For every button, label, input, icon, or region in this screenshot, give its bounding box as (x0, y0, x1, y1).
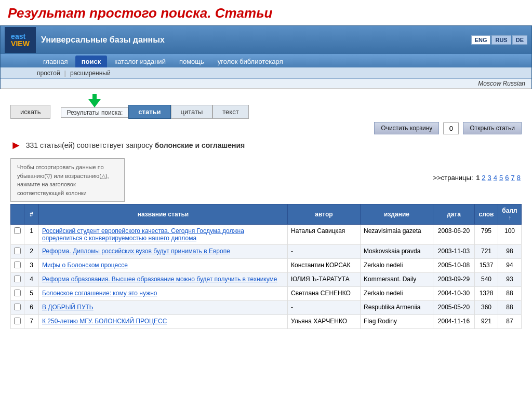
subnav-advanced[interactable]: расширенный (70, 70, 111, 77)
row-num: 3 (24, 259, 39, 273)
basket-count: 0 (443, 122, 459, 134)
lang-eng-button[interactable]: ENG (471, 35, 491, 45)
row-publication: Respublika Armeniia (361, 301, 433, 315)
green-arrow-stem (92, 94, 97, 99)
row-words: 540 (475, 273, 498, 287)
row-checkbox[interactable] (14, 304, 21, 310)
article-title-link[interactable]: К 250-летию МГУ. БОЛОНСКИЙ ПРОЦЕСС (42, 318, 167, 325)
row-num: 5 (24, 287, 39, 301)
page-1-link[interactable]: 1 (476, 174, 480, 182)
row-words: 921 (475, 315, 498, 329)
row-num: 2 (24, 245, 39, 259)
nav-search[interactable]: поиск (75, 56, 108, 67)
row-score: 93 (498, 273, 522, 287)
row-checkbox[interactable] (14, 276, 21, 282)
th-score[interactable]: балл ↑ (498, 204, 522, 225)
tab-search[interactable]: искать (10, 105, 50, 119)
row-publication: Zerkalo nedeli (361, 287, 433, 301)
article-title-link[interactable]: Реформа. Дипломы российских вузов будут … (42, 248, 230, 255)
row-checkbox[interactable] (14, 262, 21, 268)
row-words: 795 (475, 225, 498, 245)
row-author: Наталья Савицкая (288, 225, 361, 245)
subnav-simple[interactable]: простой (37, 70, 60, 77)
th-words[interactable]: слов (475, 204, 498, 225)
results-table: # название статьи автор издание дата сло… (10, 204, 522, 329)
row-date: 2003-09-29 (433, 273, 475, 287)
pagination-label: >>страницы: (433, 174, 473, 182)
th-author[interactable]: автор (288, 204, 361, 225)
page-8-link[interactable]: 8 (517, 174, 521, 182)
subnav-sep: | (64, 69, 66, 77)
table-row: 2Реформа. Дипломы российских вузов будут… (11, 245, 522, 259)
th-publication[interactable]: издание (361, 204, 433, 225)
page-4-link[interactable]: 4 (494, 174, 497, 182)
results-label-box: Результаты поиска: (61, 107, 128, 118)
tab-articles[interactable]: статьи (128, 105, 170, 119)
page-6-link[interactable]: 6 (505, 174, 509, 182)
row-words: 1328 (475, 287, 498, 301)
row-date: 2003-06-20 (433, 225, 475, 245)
row-publication: Nezavisimaia gazeta (361, 225, 433, 245)
row-date: 2005-10-08 (433, 259, 475, 273)
open-articles-button[interactable]: Открыть статьи (463, 122, 522, 134)
th-num[interactable]: # (24, 204, 39, 225)
right-arrow-icon: ► (10, 139, 22, 152)
article-title-link[interactable]: Российский студент европейского качества… (42, 227, 244, 242)
tab-text[interactable]: текст (212, 105, 248, 119)
row-checkbox[interactable] (14, 290, 21, 296)
th-date[interactable]: дата (433, 204, 475, 225)
table-row: 1Российский студент европейского качеств… (11, 225, 522, 245)
nav-help[interactable]: помощь (173, 56, 210, 67)
row-publication: Kommersant. Daily (361, 273, 433, 287)
row-checkbox[interactable] (14, 227, 21, 234)
row-publication: Zerkalo nedeli (361, 259, 433, 273)
th-checkbox (11, 204, 24, 225)
row-words: 360 (475, 301, 498, 315)
row-author: - (288, 245, 361, 259)
page-7-link[interactable]: 7 (511, 174, 515, 182)
table-row: 5Болонское соглашение: кому это нужноСве… (11, 287, 522, 301)
nav-home[interactable]: главная (37, 56, 74, 67)
row-checkbox[interactable] (14, 318, 21, 324)
table-row: 4Реформа образования. Высшее образование… (11, 273, 522, 287)
moscow-russian-label: Moscow Russian (1, 79, 531, 89)
row-checkbox[interactable] (14, 248, 21, 254)
row-date: 2005-05-20 (433, 301, 475, 315)
nav-catalog[interactable]: каталог изданий (108, 56, 172, 67)
nav-librarian[interactable]: уголок библиотекаря (211, 56, 289, 67)
tab-quotes[interactable]: цитаты (171, 105, 213, 119)
page-5-link[interactable]: 5 (499, 174, 503, 182)
row-score: 94 (498, 259, 522, 273)
row-author: Константин КОРСАК (288, 259, 361, 273)
article-title-link[interactable]: В ДОБРЫЙ ПУТЬ (42, 304, 94, 311)
page-title: Результат простого поиска. Статьи (0, 0, 532, 25)
sort-hint-box: Чтобы отсортировать данные по убыванию(▽… (10, 158, 125, 202)
article-title-link[interactable]: Реформа образования. Высшее образование … (42, 276, 277, 283)
clear-basket-button[interactable]: Очистить корзину (374, 122, 439, 134)
article-title-link[interactable]: Болонское соглашение: кому это нужно (42, 290, 157, 297)
table-row: 3Мифы о Болонском процессеКонстантин КОР… (11, 259, 522, 273)
result-query-bold: болонские и соглашения (155, 141, 245, 149)
green-arrow-down (88, 99, 101, 107)
row-publication: Moskovskaia pravda (361, 245, 433, 259)
row-score: 88 (498, 301, 522, 315)
article-title-link[interactable]: Мифы о Болонском процессе (42, 262, 128, 269)
row-score: 98 (498, 245, 522, 259)
page-3-link[interactable]: 3 (488, 174, 491, 182)
table-row: 6В ДОБРЫЙ ПУТЬ-Respublika Armeniia2005-0… (11, 301, 522, 315)
lang-rus-button[interactable]: RUS (491, 35, 511, 45)
th-title[interactable]: название статьи (39, 204, 288, 225)
row-num: 7 (24, 315, 39, 329)
row-score: 87 (498, 315, 522, 329)
row-words: 721 (475, 245, 498, 259)
row-date: 2003-11-03 (433, 245, 475, 259)
row-score: 100 (498, 225, 522, 245)
logo: eastVIEW (5, 27, 36, 53)
result-count-text: 331 статья(ей) соответствует запросу бол… (26, 141, 245, 149)
page-2-link[interactable]: 2 (482, 174, 485, 182)
row-date: 2004-10-30 (433, 287, 475, 301)
row-num: 6 (24, 301, 39, 315)
row-publication: Flag Rodiny (361, 315, 433, 329)
lang-de-button[interactable]: DE (512, 35, 527, 45)
row-author: ЮЛИЯ Ъ-ТАРАТУТА (288, 273, 361, 287)
